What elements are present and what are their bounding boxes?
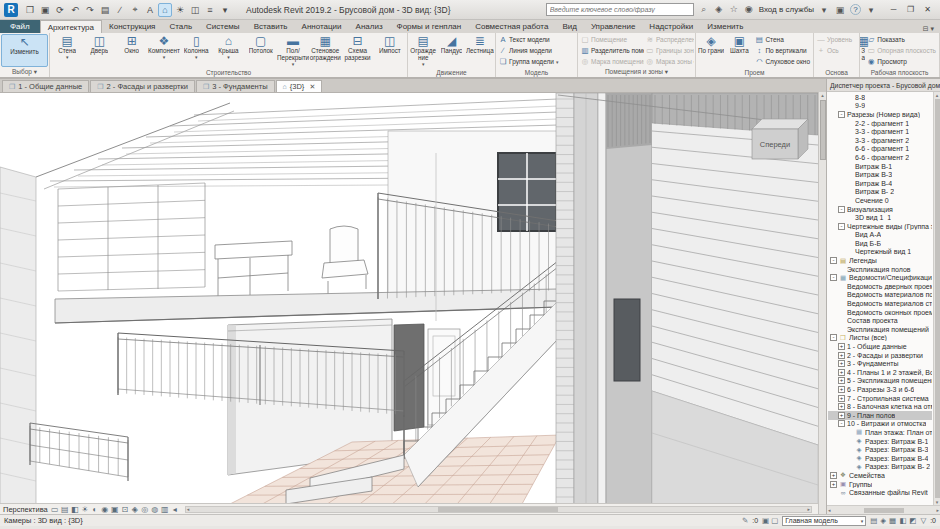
ribbon-tab-view[interactable]: Вид xyxy=(555,20,583,33)
render-icon[interactable]: ◉ xyxy=(100,505,110,514)
expand-icon[interactable]: + xyxy=(838,343,845,350)
exclude-options-icon[interactable]: ▢ xyxy=(771,516,778,525)
roof-button[interactable]: ⌂Крыша▾ xyxy=(212,34,244,67)
shaft-button[interactable]: ▣Шахта xyxy=(725,34,753,67)
project-browser-header[interactable]: Диспетчер проекта - Брусовой дом ✕ xyxy=(827,79,940,92)
tree-item[interactable]: +9 - План полов xyxy=(828,411,932,420)
chevron-down-icon[interactable]: ▾ xyxy=(422,62,425,66)
measure-icon[interactable]: ∕ xyxy=(113,3,127,17)
tree-item[interactable]: -Разрезы (Номер вида) xyxy=(828,110,932,119)
sun-icon[interactable]: ☀ xyxy=(173,3,187,17)
ribbon-tab-systems[interactable]: Системы xyxy=(199,20,247,33)
temporary-hide-icon[interactable]: ◎ xyxy=(140,505,150,514)
help-chevron-icon[interactable]: ▾ xyxy=(865,5,877,15)
tree-item[interactable]: 3-3 - фрагмент 2 xyxy=(828,136,932,145)
tree-item[interactable]: Чертежный вид 1 xyxy=(828,248,932,257)
tree-item[interactable]: +6 - Разрезы 3-3 и 6-6 xyxy=(828,385,932,394)
ribbon-tab-annotate[interactable]: Аннотации xyxy=(295,20,349,33)
expand-icon[interactable]: + xyxy=(838,412,845,419)
expand-icon[interactable]: + xyxy=(838,377,845,384)
tree-item[interactable]: ◈Разрез: Витраж В-1 xyxy=(828,437,932,446)
ribbon-tab-insert[interactable]: Вставить xyxy=(247,20,295,33)
expand-icon[interactable]: + xyxy=(838,352,845,359)
scroll-up-icon[interactable]: ▴ xyxy=(821,92,824,98)
collapse-icon[interactable]: - xyxy=(830,274,837,281)
ceiling-button[interactable]: ▢Потолок xyxy=(245,34,277,67)
canvas-v-scrollbar[interactable]: ▴ xyxy=(818,92,826,514)
search-go-icon[interactable]: ⌕ xyxy=(698,4,710,15)
drawing-area[interactable]: Спереди Перспектива ▭▤◧☀◐◉▣⊡◈◎◍▥◂ ◂ ▸ xyxy=(0,92,818,514)
scroll-left-icon[interactable]: ◂ xyxy=(828,507,831,513)
ribbon-tab-steel[interactable]: Сталь xyxy=(162,20,199,33)
tree-item[interactable]: Вид Б-Б xyxy=(828,239,932,248)
scroll-right-icon[interactable]: ▸ xyxy=(807,506,810,512)
mullion-button[interactable]: ◫Импост xyxy=(374,34,406,67)
select-toggle-icon[interactable]: ◧ xyxy=(899,516,906,525)
model-text-button[interactable]: AТекст модели xyxy=(497,34,560,45)
canvas-h-scrollbar[interactable]: ◂ ▸ xyxy=(185,506,812,513)
section-icon[interactable]: ◫ xyxy=(188,3,202,17)
vertical-opening-button[interactable]: ↕По вертикали xyxy=(753,45,812,56)
tree-item[interactable]: ◈Разрез: Витраж В-3 xyxy=(828,445,932,454)
scroll-right-icon[interactable]: ▸ xyxy=(936,507,939,513)
tree-item[interactable]: ∞Связанные файлы Revit xyxy=(828,488,932,497)
expand-icon[interactable]: + xyxy=(838,386,845,393)
detail-level-icon[interactable]: ▤ xyxy=(60,505,70,514)
expand-icon[interactable]: + xyxy=(838,369,845,376)
save-icon[interactable]: ▣ xyxy=(38,3,52,17)
tree-item[interactable]: 9-9 xyxy=(828,102,932,111)
file-tab[interactable]: Файл xyxy=(0,20,40,33)
drag-elements-icon[interactable]: ◩ xyxy=(909,516,916,525)
ribbon-tab-modify[interactable]: Изменить xyxy=(700,20,750,33)
curtain-system-button[interactable]: ▦Стеновое ограждение xyxy=(309,34,341,67)
collapse-icon[interactable]: ◂ xyxy=(170,505,180,514)
chevron-down-icon[interactable]: ▾ xyxy=(66,55,69,59)
tree-item[interactable]: 6-6 - фрагмент 2 xyxy=(828,153,932,162)
tree-item[interactable]: 2-2 - фрагмент 1 xyxy=(828,119,932,128)
door-button[interactable]: ◫Дверь xyxy=(83,34,115,67)
search-input[interactable] xyxy=(546,3,694,16)
ribbon-tab-architecture[interactable]: Архитектура xyxy=(40,20,102,33)
warnings-icon[interactable]: ▦ xyxy=(889,516,896,525)
help-button[interactable]: ? xyxy=(850,4,861,15)
perspective-label[interactable]: Перспектива xyxy=(3,505,48,514)
expand-icon[interactable]: + xyxy=(838,360,845,367)
collapse-icon[interactable]: - xyxy=(838,420,845,427)
viewer-button[interactable]: ◉Просмотр xyxy=(865,56,938,67)
browser-h-scrollbar[interactable]: ◂ ▸ xyxy=(827,505,940,514)
expand-icon[interactable]: + xyxy=(838,403,845,410)
room-separator-button[interactable]: ▥Разделитель помещений xyxy=(579,45,644,56)
tree-item[interactable]: -Чертежные виды (Группа элеме xyxy=(828,222,932,231)
collapse-icon[interactable]: - xyxy=(838,223,845,230)
dormer-button[interactable]: ◠Слуховое окно xyxy=(753,56,812,67)
close-icon[interactable]: ✕ xyxy=(309,83,315,91)
3d-view-drawing[interactable]: Спереди xyxy=(0,93,818,504)
scroll-thumb[interactable] xyxy=(438,507,558,512)
tree-item[interactable]: ▦План этажа: План отмост xyxy=(828,428,932,437)
text-icon[interactable]: A xyxy=(143,3,157,17)
panel-label-select[interactable]: Выбор ▾ xyxy=(0,67,49,77)
model-line-button[interactable]: ∕Линия модели xyxy=(497,45,560,56)
chevron-down-icon[interactable]: ▾ xyxy=(227,55,230,59)
tree-item[interactable]: +5 - Экспликация помещений. Ра xyxy=(828,377,932,386)
window-button[interactable]: ⊞Окно xyxy=(116,34,148,67)
scroll-thumb[interactable] xyxy=(864,508,904,513)
minimize-button[interactable]: ─ xyxy=(885,3,902,17)
railing-button[interactable]: ▤Ограждение▾ xyxy=(409,34,437,67)
tree-item[interactable]: Витраж В-1 xyxy=(828,162,932,171)
view-tab-sheet-2[interactable]: ❐2 - Фасады и развертки xyxy=(90,80,195,92)
shadows-icon[interactable]: ◐ xyxy=(90,505,100,514)
ribbon-tab-analyze[interactable]: Анализ xyxy=(349,20,390,33)
tree-item[interactable]: +1 - Общие данные xyxy=(828,342,932,351)
exchange-apps-icon[interactable]: ▣ xyxy=(834,5,846,15)
tree-item[interactable]: Витраж В- 2 xyxy=(828,188,932,197)
active-option-icon[interactable]: ▣ xyxy=(762,516,769,525)
print-icon[interactable]: ▤ xyxy=(98,3,112,17)
wall-button[interactable]: ▤Стена▾ xyxy=(51,34,83,67)
column-button[interactable]: ▯Колонна▾ xyxy=(180,34,212,67)
tree-item[interactable]: Экспликация полов xyxy=(828,265,932,274)
reveal-hidden-icon[interactable]: ◍ xyxy=(150,505,160,514)
favorites-icon[interactable]: ☆ xyxy=(728,4,740,15)
tree-item[interactable]: -❐Листы (все) xyxy=(828,334,932,343)
chevron-down-icon[interactable]: ▾ xyxy=(163,55,166,59)
